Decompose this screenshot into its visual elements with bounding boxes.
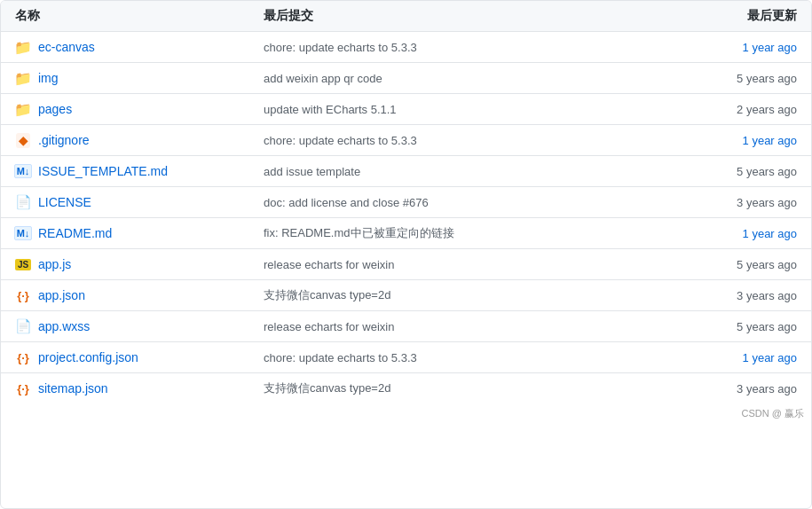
file-name-sitemap[interactable]: sitemap.json xyxy=(38,381,108,395)
table-row: {·} app.json 支持微信canvas type=2d 3 years … xyxy=(1,280,811,311)
commit-cell-sitemap: 支持微信canvas type=2d xyxy=(264,380,655,396)
commit-cell-app-json: 支持微信canvas type=2d xyxy=(264,287,655,303)
file-icon-img: 📁 xyxy=(15,70,31,86)
commit-cell-img: add weixin app qr code xyxy=(264,72,655,85)
time-cell-img: 5 years ago xyxy=(655,72,797,85)
file-cell-pages: 📁 pages xyxy=(15,101,264,117)
file-cell-license: 📄 LICENSE xyxy=(15,194,264,210)
file-name-project-config[interactable]: project.config.json xyxy=(38,350,138,364)
time-cell-issue-template: 5 years ago xyxy=(655,165,797,178)
table-row: 📄 app.wxss release echarts for weixin 5 … xyxy=(1,311,811,342)
file-cell-img: 📁 img xyxy=(15,70,264,86)
table-row: M↓ README.md fix: README.md中已被重定向的链接 1 y… xyxy=(1,218,811,249)
file-icon-app-json: {·} xyxy=(15,287,31,303)
json-icon: {·} xyxy=(17,382,29,395)
file-name-pages[interactable]: pages xyxy=(38,102,72,116)
folder-icon: 📁 xyxy=(14,101,32,118)
file-cell-readme: M↓ README.md xyxy=(15,225,264,241)
file-name-ec-canvas[interactable]: ec-canvas xyxy=(38,40,95,54)
time-cell-gitignore: 1 year ago xyxy=(655,134,797,147)
time-cell-readme: 1 year ago xyxy=(655,227,797,240)
time-cell-license: 3 years ago xyxy=(655,196,797,209)
file-icon-gitignore: ◆ xyxy=(15,132,31,148)
col-name-label: 名称 xyxy=(15,8,264,24)
file-name-app-json[interactable]: app.json xyxy=(38,288,85,302)
file-icon-license: 📄 xyxy=(15,194,31,210)
table-row: ◆ .gitignore chore: update echarts to 5.… xyxy=(1,125,811,156)
time-cell-project-config: 1 year ago xyxy=(655,351,797,364)
col-time-label: 最后更新 xyxy=(655,8,797,24)
file-name-readme[interactable]: README.md xyxy=(38,226,112,240)
file-icon-app-js: JS xyxy=(15,256,31,272)
js-icon: JS xyxy=(15,259,31,270)
file-icon-issue-template: M↓ xyxy=(15,163,31,179)
json-icon: {·} xyxy=(17,351,29,364)
watermark: CSDN @ 赢乐 xyxy=(1,403,811,424)
time-cell-ec-canvas: 1 year ago xyxy=(655,41,797,54)
folder-icon: 📁 xyxy=(14,39,32,56)
file-name-license[interactable]: LICENSE xyxy=(38,195,91,209)
license-icon: 📄 xyxy=(15,194,32,210)
table-row: 📄 LICENSE doc: add license and close #67… xyxy=(1,187,811,218)
time-cell-app-json: 3 years ago xyxy=(655,289,797,302)
json-icon: {·} xyxy=(17,289,29,302)
file-name-app-js[interactable]: app.js xyxy=(38,257,71,271)
commit-cell-pages: update with ECharts 5.1.1 xyxy=(264,103,655,116)
file-icon-project-config: {·} xyxy=(15,349,31,365)
file-table: 名称 最后提交 最后更新 📁 ec-canvas chore: update e… xyxy=(0,0,812,509)
commit-cell-gitignore: chore: update echarts to 5.3.3 xyxy=(264,134,655,147)
file-name-issue-template[interactable]: ISSUE_TEMPLATE.md xyxy=(38,164,168,178)
file-icon-ec-canvas: 📁 xyxy=(15,39,31,55)
table-row: {·} sitemap.json 支持微信canvas type=2d 3 ye… xyxy=(1,373,811,403)
file-cell-app-json: {·} app.json xyxy=(15,287,264,303)
time-cell-pages: 2 years ago xyxy=(655,103,797,116)
table-row: 📁 pages update with ECharts 5.1.1 2 year… xyxy=(1,94,811,125)
file-cell-ec-canvas: 📁 ec-canvas xyxy=(15,39,264,55)
col-commit-label: 最后提交 xyxy=(264,8,655,24)
commit-cell-issue-template: add issue template xyxy=(264,165,655,178)
file-cell-app-wxss: 📄 app.wxss xyxy=(15,318,264,334)
folder-icon: 📁 xyxy=(14,70,32,87)
table-row: M↓ ISSUE_TEMPLATE.md add issue template … xyxy=(1,156,811,187)
table-row: {·} project.config.json chore: update ec… xyxy=(1,342,811,373)
file-cell-issue-template: M↓ ISSUE_TEMPLATE.md xyxy=(15,163,264,179)
table-body: 📁 ec-canvas chore: update echarts to 5.3… xyxy=(1,32,811,403)
file-cell-gitignore: ◆ .gitignore xyxy=(15,132,264,148)
table-header: 名称 最后提交 最后更新 xyxy=(1,1,811,32)
table-row: 📁 img add weixin app qr code 5 years ago xyxy=(1,63,811,94)
wxss-icon: 📄 xyxy=(15,318,32,334)
commit-cell-app-wxss: release echarts for weixin xyxy=(264,320,655,333)
time-cell-app-js: 5 years ago xyxy=(655,258,797,271)
file-name-img[interactable]: img xyxy=(38,71,59,85)
table-row: 📁 ec-canvas chore: update echarts to 5.3… xyxy=(1,32,811,63)
commit-cell-readme: fix: README.md中已被重定向的链接 xyxy=(264,225,655,241)
commit-cell-app-js: release echarts for weixin xyxy=(264,258,655,271)
gitignore-icon: ◆ xyxy=(16,133,30,148)
md-icon: M↓ xyxy=(14,226,33,240)
file-cell-project-config: {·} project.config.json xyxy=(15,349,264,365)
file-icon-sitemap: {·} xyxy=(15,380,31,396)
time-cell-app-wxss: 5 years ago xyxy=(655,320,797,333)
file-name-gitignore[interactable]: .gitignore xyxy=(38,133,90,147)
file-icon-pages: 📁 xyxy=(15,101,31,117)
file-cell-app-js: JS app.js xyxy=(15,256,264,272)
time-cell-sitemap: 3 years ago xyxy=(655,382,797,395)
commit-cell-ec-canvas: chore: update echarts to 5.3.3 xyxy=(264,41,655,54)
commit-cell-license: doc: add license and close #676 xyxy=(264,196,655,209)
file-icon-app-wxss: 📄 xyxy=(15,318,31,334)
file-name-app-wxss[interactable]: app.wxss xyxy=(38,319,90,333)
commit-cell-project-config: chore: update echarts to 5.3.3 xyxy=(264,351,655,364)
file-icon-readme: M↓ xyxy=(15,225,31,241)
table-row: JS app.js release echarts for weixin 5 y… xyxy=(1,249,811,280)
md-icon: M↓ xyxy=(14,164,33,178)
file-cell-sitemap: {·} sitemap.json xyxy=(15,380,264,396)
